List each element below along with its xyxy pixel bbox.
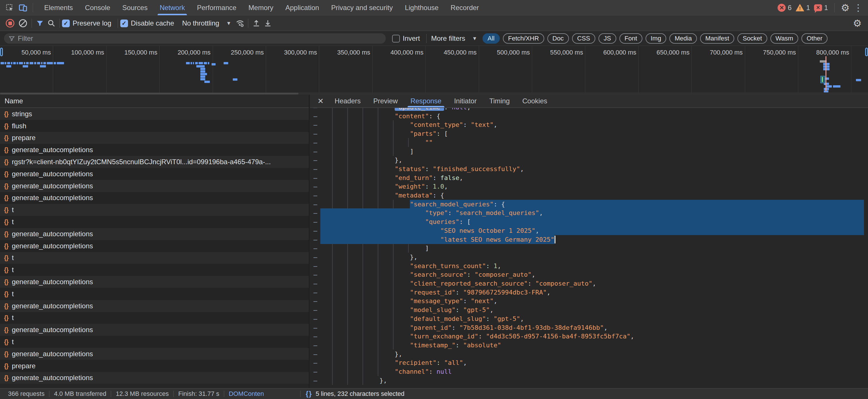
fold-marker-icon[interactable]: – (313, 376, 317, 385)
network-overview-timeline[interactable]: 50,000 ms100,000 ms150,000 ms200,000 ms2… (0, 46, 868, 92)
fold-marker-icon[interactable]: – (313, 297, 317, 305)
issues-badge[interactable]: ✕ 1 (814, 4, 828, 12)
tab-memory[interactable]: Memory (243, 0, 280, 15)
fold-marker-icon[interactable]: – (313, 323, 317, 332)
preserve-log-checkbox[interactable]: ✓ (62, 20, 70, 27)
filter-toggle-icon[interactable] (34, 18, 45, 29)
fold-marker-icon[interactable]: – (313, 332, 317, 341)
tab-application[interactable]: Application (279, 0, 325, 15)
request-row[interactable]: {}generate_autocompletions (0, 228, 309, 240)
request-row[interactable]: {}generate_autocompletions (0, 300, 309, 312)
request-row[interactable]: {}generate_autocompletions (0, 180, 309, 192)
filter-chip-doc[interactable]: Doc (547, 33, 569, 43)
fold-marker-icon[interactable]: – (313, 208, 317, 217)
request-row[interactable]: {}generate_autocompletions (0, 276, 309, 288)
request-row[interactable]: {}t (0, 252, 309, 264)
request-row[interactable]: {}prepare (0, 132, 309, 144)
throttling-select[interactable]: No throttling (182, 19, 219, 27)
fold-marker-icon[interactable]: – (313, 341, 317, 349)
response-json-viewer[interactable]: –"update_time": null,–"content": {–"cont… (310, 108, 868, 388)
settings-gear-icon[interactable]: ⚙ (841, 3, 849, 12)
fold-marker-icon[interactable]: – (313, 235, 317, 244)
fold-marker-icon[interactable]: – (313, 173, 317, 182)
kebab-menu-icon[interactable]: ⋮ (854, 2, 863, 13)
filter-input[interactable]: Filter (4, 33, 386, 43)
chevron-down-icon[interactable]: ▼ (472, 36, 477, 42)
export-har-icon[interactable] (262, 18, 274, 29)
request-row[interactable]: {}generate_autocompletions (0, 348, 309, 360)
request-row[interactable]: {}prepare (0, 360, 309, 372)
console-warnings-badge[interactable]: ! 1 (796, 4, 810, 12)
request-row[interactable]: {}flush (0, 120, 309, 132)
filter-chip-css[interactable]: CSS (572, 33, 595, 43)
search-icon[interactable] (45, 18, 57, 29)
device-toolbar-icon[interactable] (17, 2, 29, 13)
fold-marker-icon[interactable]: – (313, 129, 317, 138)
fold-marker-icon[interactable]: – (313, 226, 317, 235)
filter-chip-manifest[interactable]: Manifest (700, 33, 734, 43)
detail-tab-timing[interactable]: Timing (483, 95, 516, 108)
fold-marker-icon[interactable]: – (313, 358, 317, 367)
tab-privacy-and-security[interactable]: Privacy and security (325, 0, 399, 15)
import-har-icon[interactable] (251, 18, 262, 29)
detail-tab-headers[interactable]: Headers (329, 95, 367, 108)
fold-marker-icon[interactable]: – (313, 349, 317, 359)
detail-tab-initiator[interactable]: Initiator (448, 95, 483, 108)
filter-chip-fetch-xhr[interactable]: Fetch/XHR (503, 33, 544, 43)
more-filters-button[interactable]: More filters (431, 34, 465, 42)
detail-tab-response[interactable]: Response (404, 95, 448, 108)
tab-sources[interactable]: Sources (116, 0, 154, 15)
request-row[interactable]: {}generate_autocompletions (0, 240, 309, 252)
filter-chip-other[interactable]: Other (801, 33, 828, 43)
detail-tab-cookies[interactable]: Cookies (516, 95, 554, 108)
fold-marker-icon[interactable]: – (313, 156, 317, 164)
filter-chip-js[interactable]: JS (598, 33, 616, 43)
request-row[interactable]: {}rgstr?k=client-nb0qtYIZuy2tCMN5s5ncnul… (0, 156, 309, 168)
fold-marker-icon[interactable]: – (313, 217, 317, 226)
overview-left-handle[interactable] (0, 48, 3, 56)
filter-chip-socket[interactable]: Socket (737, 33, 767, 43)
fold-marker-icon[interactable]: – (313, 147, 317, 156)
fold-marker-icon[interactable]: – (313, 164, 317, 173)
request-row[interactable]: {}t (0, 216, 309, 228)
request-row[interactable]: {}generate_autocompletions (0, 168, 309, 180)
name-column-header[interactable]: Name (0, 95, 309, 108)
invert-checkbox[interactable] (392, 35, 400, 42)
fold-marker-icon[interactable]: – (313, 200, 317, 209)
fold-marker-icon[interactable]: – (313, 270, 317, 279)
fold-marker-icon[interactable]: – (313, 244, 317, 253)
record-network-log-button[interactable] (6, 19, 14, 28)
fold-marker-icon[interactable]: – (313, 112, 317, 121)
request-row[interactable]: {}t (0, 264, 309, 276)
tab-recorder[interactable]: Recorder (445, 0, 485, 15)
fold-marker-icon[interactable]: – (313, 191, 317, 200)
tab-performance[interactable]: Performance (191, 0, 242, 15)
filter-chip-all[interactable]: All (483, 33, 500, 43)
fold-marker-icon[interactable]: – (313, 288, 317, 297)
close-icon[interactable]: ✕ (313, 97, 329, 105)
fold-marker-icon[interactable]: – (313, 182, 317, 191)
tab-lighthouse[interactable]: Lighthouse (399, 0, 444, 15)
request-row[interactable]: {}generate_autocompletions (0, 192, 309, 204)
overview-right-handle[interactable] (865, 48, 868, 56)
disable-cache-checkbox[interactable]: ✓ (120, 20, 128, 27)
fold-marker-icon[interactable]: – (313, 367, 317, 376)
overview-horizontal-scrollbar[interactable] (0, 92, 868, 95)
request-row[interactable]: {}t (0, 312, 309, 324)
network-settings-gear-icon[interactable]: ⚙ (853, 19, 862, 28)
filter-chip-media[interactable]: Media (670, 33, 697, 43)
request-row[interactable]: {}generate_autocompletions (0, 324, 309, 336)
network-conditions-icon[interactable] (234, 18, 246, 29)
tab-network[interactable]: Network (154, 0, 191, 15)
request-row[interactable]: {}t (0, 204, 309, 216)
tab-console[interactable]: Console (79, 0, 116, 15)
fold-marker-icon[interactable]: – (313, 262, 317, 270)
fold-marker-icon[interactable]: – (313, 120, 317, 129)
request-row[interactable]: {}t (0, 288, 309, 300)
console-errors-badge[interactable]: ✕ 6 (778, 4, 792, 12)
tab-elements[interactable]: Elements (38, 0, 79, 15)
request-row[interactable]: {}generate_autocompletions (0, 144, 309, 156)
inspect-element-icon[interactable] (4, 2, 16, 13)
request-row[interactable]: {}strings (0, 108, 309, 120)
fold-marker-icon[interactable]: – (313, 138, 317, 147)
